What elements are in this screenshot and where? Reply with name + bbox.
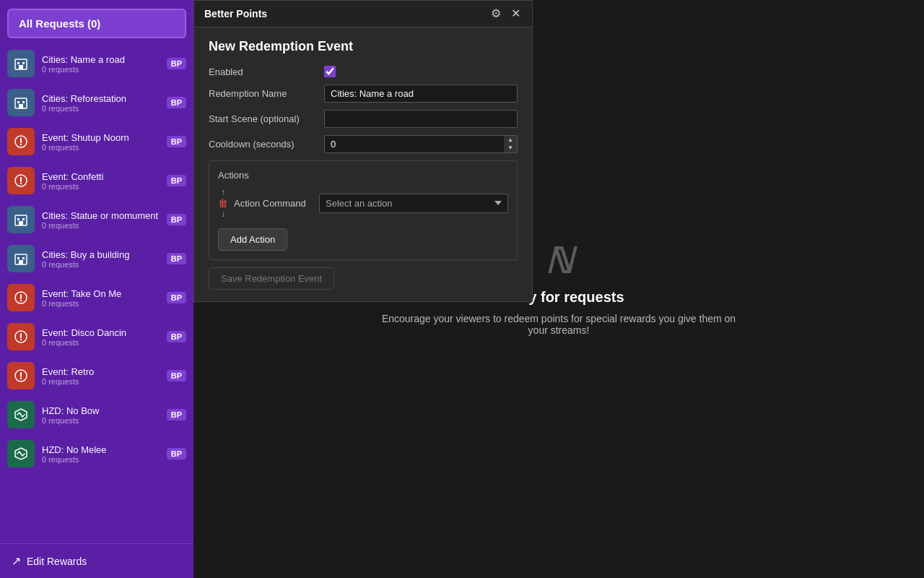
action-controls: ↑ 🗑 ↓ (218, 188, 228, 218)
sidebar-item-7[interactable]: Event: Take On Me0 requestsBP (0, 278, 193, 317)
cooldown-spinners: ▲ ▼ (504, 135, 518, 153)
sidebar-item-title-9: Event: Retro (42, 366, 160, 377)
add-action-button[interactable]: Add Action (218, 228, 287, 251)
sidebar-item-icon-5 (7, 206, 35, 233)
svg-rect-6 (22, 101, 25, 103)
cooldown-label: Cooldown (seconds) (209, 139, 324, 150)
svg-point-24 (20, 300, 22, 301)
cooldown-up-button[interactable]: ▲ (504, 136, 517, 144)
edit-rewards-link[interactable]: ↗ Edit Rewards (0, 543, 193, 578)
svg-rect-21 (19, 260, 23, 264)
main-area: ℕ Ready for requests Encourage your view… (193, 0, 924, 578)
sidebar-item-title-2: Cities: Reforestation (42, 93, 160, 104)
sidebar-item-icon-11 (7, 440, 35, 467)
n-logo-icon: ℕ (545, 241, 572, 281)
sidebar-item-title-5: Cities: Statue or momument (42, 210, 160, 221)
sidebar-item-icon-10 (7, 401, 35, 428)
sidebar-item-10[interactable]: HZD: No Bow0 requestsBP (0, 395, 193, 434)
sidebar-item-badge-11: BP (167, 448, 186, 460)
svg-rect-19 (17, 257, 19, 259)
svg-rect-20 (22, 257, 25, 259)
action-move-up-button[interactable]: ↑ (221, 188, 225, 197)
redemption-name-control (324, 85, 518, 103)
sidebar-item-badge-1: BP (167, 58, 186, 69)
cooldown-row: Cooldown (seconds) ▲ ▼ (209, 135, 518, 153)
action-select[interactable]: Select an action (319, 194, 508, 213)
sidebar-item-title-3: Event: Shutup Noorn (42, 132, 160, 143)
sidebar-item-title-10: HZD: No Bow (42, 405, 160, 416)
svg-rect-17 (19, 221, 23, 225)
start-scene-control (324, 110, 518, 128)
settings-button[interactable]: ⚙ (489, 8, 502, 20)
sidebar-item-icon-9 (7, 362, 35, 389)
sidebar-item-sub-9: 0 requests (42, 377, 160, 386)
sidebar-item-sub-2: 0 requests (42, 104, 160, 113)
svg-point-10 (20, 144, 22, 145)
svg-rect-15 (17, 218, 19, 220)
cooldown-input[interactable] (324, 135, 504, 153)
svg-rect-5 (17, 101, 19, 103)
external-link-icon: ↗ (12, 554, 21, 568)
sidebar-item-5[interactable]: Cities: Statue or momument0 requestsBP (0, 200, 193, 239)
sidebar-item-badge-3: BP (167, 136, 186, 147)
sidebar-item-title-8: Event: Disco Dancin (42, 327, 160, 338)
sidebar-item-badge-4: BP (167, 175, 186, 186)
sidebar-item-icon-1 (7, 50, 35, 77)
sidebar-item-icon-7 (7, 284, 35, 311)
redemption-name-row: Redemption Name (209, 85, 518, 103)
sidebar-item-title-11: HZD: No Melee (42, 444, 160, 455)
action-row: ↑ 🗑 ↓ Action Command Select an action (218, 188, 508, 218)
sidebar-item-11[interactable]: HZD: No Melee0 requestsBP (0, 434, 193, 473)
all-requests-button[interactable]: All Requests (0) (7, 9, 186, 38)
sidebar-item-3[interactable]: Event: Shutup Noorn0 requestsBP (0, 122, 193, 161)
edit-rewards-label: Edit Rewards (27, 556, 87, 567)
cooldown-control: ▲ ▼ (324, 135, 518, 153)
dialog-controls: ⚙ ✕ (489, 8, 522, 20)
sidebar-item-9[interactable]: Event: Retro0 requestsBP (0, 356, 193, 395)
enabled-checkbox[interactable] (324, 66, 336, 77)
sidebar-item-icon-8 (7, 323, 35, 350)
start-scene-row: Start Scene (optional) (209, 110, 518, 128)
sidebar-item-sub-11: 0 requests (42, 455, 160, 464)
new-redemption-dialog: Better Points ⚙ ✕ New Redemption Event E… (193, 0, 533, 302)
sidebar-item-badge-9: BP (167, 370, 186, 381)
action-move-down-button[interactable]: ↓ (221, 210, 225, 218)
sidebar-item-icon-6 (7, 245, 35, 272)
sidebar-item-2[interactable]: Cities: Reforestation0 requestsBP (0, 83, 193, 122)
sidebar-item-sub-8: 0 requests (42, 338, 160, 347)
dialog-body: New Redemption Event Enabled Redemption … (194, 27, 532, 301)
sidebar-item-icon-2 (7, 89, 35, 116)
sidebar-item-badge-2: BP (167, 97, 186, 108)
sidebar-item-badge-6: BP (167, 253, 186, 264)
dialog-titlebar: Better Points ⚙ ✕ (194, 1, 532, 27)
svg-rect-2 (22, 62, 25, 64)
sidebar-item-sub-4: 0 requests (42, 182, 160, 191)
sidebar-item-1[interactable]: Cities: Name a road0 requestsBP (0, 44, 193, 83)
dialog-heading: New Redemption Event (209, 39, 518, 54)
close-button[interactable]: ✕ (510, 8, 522, 20)
sidebar-item-badge-8: BP (167, 331, 186, 342)
sidebar-item-sub-3: 0 requests (42, 143, 160, 152)
sidebar-item-sub-10: 0 requests (42, 416, 160, 425)
sidebar-list: Cities: Name a road0 requestsBPCities: R… (0, 44, 193, 543)
dialog-title: Better Points (204, 8, 267, 20)
svg-rect-1 (17, 62, 19, 64)
sidebar-item-title-1: Cities: Name a road (42, 54, 160, 65)
redemption-name-input[interactable] (324, 85, 518, 103)
sidebar-item-title-7: Event: Take On Me (42, 288, 160, 299)
sidebar-item-4[interactable]: Event: Confetti0 requestsBP (0, 161, 193, 200)
action-delete-button[interactable]: 🗑 (218, 198, 228, 208)
enabled-row: Enabled (209, 66, 518, 77)
sidebar-item-badge-5: BP (167, 214, 186, 225)
sidebar-item-8[interactable]: Event: Disco Dancin0 requestsBP (0, 317, 193, 356)
start-scene-input[interactable] (324, 110, 518, 128)
ready-description: Encourage your viewers to redeem points … (378, 313, 739, 336)
sidebar-item-badge-7: BP (167, 292, 186, 303)
svg-point-30 (20, 378, 22, 379)
save-redemption-button[interactable]: Save Redemption Event (209, 267, 334, 290)
sidebar-item-icon-3 (7, 128, 35, 155)
app-logo: ℕ (537, 243, 580, 279)
cooldown-down-button[interactable]: ▼ (504, 144, 517, 153)
svg-rect-16 (22, 218, 25, 220)
sidebar-item-6[interactable]: Cities: Buy a building0 requestsBP (0, 239, 193, 278)
